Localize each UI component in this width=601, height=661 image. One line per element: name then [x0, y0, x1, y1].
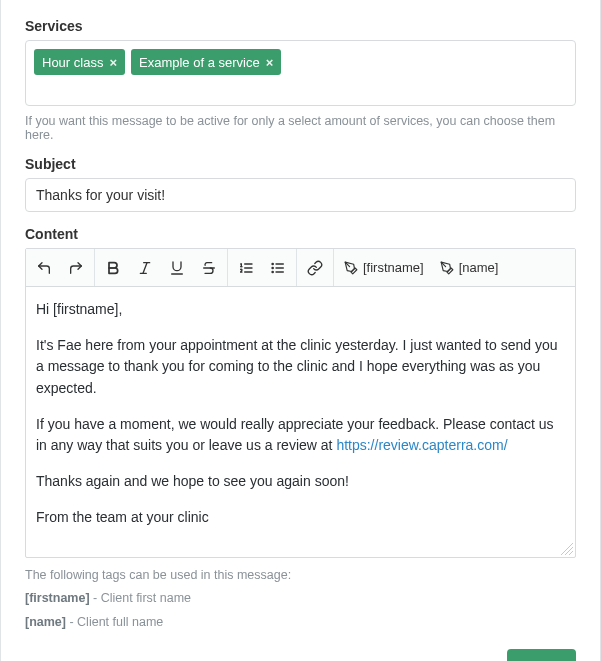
ordered-list-button[interactable]	[230, 251, 262, 285]
tag-desc: - Client full name	[66, 615, 163, 629]
underline-button[interactable]	[161, 251, 193, 285]
content-paragraph: From the team at your clinic	[36, 507, 565, 529]
tag-desc: - Client first name	[90, 591, 191, 605]
close-icon[interactable]: ×	[109, 56, 117, 69]
pen-icon	[344, 261, 358, 275]
service-tag[interactable]: Example of a service ×	[131, 49, 281, 75]
undo-button[interactable]	[28, 251, 60, 285]
save-button[interactable]: Save	[507, 649, 576, 661]
unordered-list-icon	[270, 260, 286, 276]
pen-icon	[440, 261, 454, 275]
content-paragraph: It's Fae here from your appointment at t…	[36, 335, 565, 400]
strikethrough-button[interactable]	[193, 251, 225, 285]
tags-help-row: [firstname] - Client first name	[25, 587, 576, 611]
italic-icon	[137, 260, 153, 276]
link-button[interactable]	[299, 251, 331, 285]
link-icon	[307, 260, 323, 276]
editor-content[interactable]: Hi [firstname], It's Fae here from your …	[26, 287, 575, 557]
undo-icon	[36, 260, 52, 276]
underline-icon	[169, 260, 185, 276]
bold-icon	[105, 260, 121, 276]
service-tag[interactable]: Hour class ×	[34, 49, 125, 75]
strikethrough-icon	[201, 260, 217, 276]
insert-firstname-label: [firstname]	[363, 260, 424, 275]
services-help-text: If you want this message to be active fo…	[25, 114, 576, 142]
italic-button[interactable]	[129, 251, 161, 285]
close-icon[interactable]: ×	[266, 56, 274, 69]
tags-help-intro: The following tags can be used in this m…	[25, 564, 576, 588]
services-label: Services	[25, 18, 576, 34]
rich-text-editor: [firstname] [name] Hi [firstname], It's …	[25, 248, 576, 558]
content-paragraph: Hi [firstname],	[36, 299, 565, 321]
content-paragraph: Thanks again and we hope to see you agai…	[36, 471, 565, 493]
svg-point-12	[272, 267, 273, 268]
insert-name-label: [name]	[459, 260, 499, 275]
tags-help-row: [name] - Client full name	[25, 611, 576, 635]
review-link[interactable]: https://review.capterra.com/	[336, 437, 507, 453]
content-label: Content	[25, 226, 576, 242]
redo-icon	[68, 260, 84, 276]
svg-point-11	[272, 263, 273, 264]
subject-label: Subject	[25, 156, 576, 172]
content-paragraph: If you have a moment, we would really ap…	[36, 414, 565, 457]
service-tag-label: Example of a service	[139, 55, 260, 70]
svg-line-2	[143, 262, 147, 273]
tag-key: [firstname]	[25, 591, 90, 605]
form-footer: Save	[25, 649, 576, 661]
editor-toolbar: [firstname] [name]	[26, 249, 575, 287]
insert-firstname-button[interactable]: [firstname]	[336, 251, 432, 285]
resize-handle[interactable]	[561, 543, 573, 555]
message-form: Services Hour class × Example of a servi…	[0, 0, 601, 661]
subject-input[interactable]	[25, 178, 576, 212]
services-tag-input[interactable]: Hour class × Example of a service ×	[25, 40, 576, 106]
bold-button[interactable]	[97, 251, 129, 285]
svg-point-13	[272, 271, 273, 272]
unordered-list-button[interactable]	[262, 251, 294, 285]
tags-help: The following tags can be used in this m…	[25, 564, 576, 635]
service-tag-label: Hour class	[42, 55, 103, 70]
tag-key: [name]	[25, 615, 66, 629]
redo-button[interactable]	[60, 251, 92, 285]
insert-name-button[interactable]: [name]	[432, 251, 507, 285]
resize-icon	[561, 543, 573, 555]
ordered-list-icon	[238, 260, 254, 276]
